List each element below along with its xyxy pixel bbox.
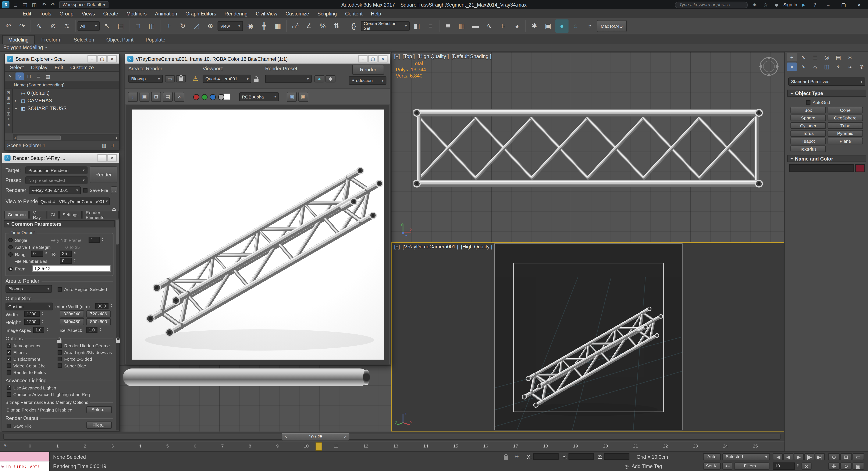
ribbon-tab[interactable]: Modeling bbox=[2, 35, 35, 44]
background-toggle-icon[interactable]: ▣ bbox=[299, 92, 308, 102]
snaps-toggle-icon[interactable]: ∩³ bbox=[288, 19, 302, 33]
viewport-camera[interactable]: [+] [VRayDomeCamera001 ] [High Quality ]… bbox=[392, 242, 784, 431]
explorer-instance-label[interactable]: Scene Explorer 1 bbox=[7, 143, 45, 148]
x-coordinate-field[interactable] bbox=[533, 453, 559, 460]
explorer-row[interactable]: ◎0 (default) bbox=[13, 89, 119, 97]
menu-item[interactable]: Create bbox=[99, 9, 122, 18]
target-dropdown[interactable]: Production Renderin bbox=[25, 166, 88, 174]
autogrid-checkbox[interactable]: AutoGrid bbox=[806, 99, 830, 106]
set-keys-icon[interactable]: ∘– bbox=[722, 463, 733, 470]
alpha-channel-icon[interactable] bbox=[223, 93, 230, 100]
viewport-menu-plus[interactable]: [+] bbox=[394, 54, 400, 59]
orbit-icon[interactable]: ↻ bbox=[840, 463, 852, 470]
menu-item[interactable]: Modifiers bbox=[123, 9, 151, 18]
scrollbar-thumb[interactable] bbox=[116, 220, 119, 245]
go-to-end-button[interactable]: ▶| bbox=[815, 453, 825, 460]
viewport-lock-icon[interactable] bbox=[254, 78, 258, 82]
shapes-category-icon[interactable]: ∿ bbox=[798, 63, 809, 71]
add-time-tag[interactable]: Add Time Tag bbox=[632, 464, 662, 469]
option-checkbox[interactable]: Force 2-Sided bbox=[58, 356, 113, 362]
primitive-button[interactable]: TextPlus bbox=[790, 145, 826, 152]
explorer-menu-item[interactable]: Display bbox=[28, 65, 51, 70]
select-and-scale-icon[interactable]: ◿ bbox=[190, 19, 203, 33]
layer-manager-icon[interactable]: ▥ bbox=[455, 19, 468, 33]
frames-radio[interactable]: Fram bbox=[8, 266, 25, 272]
filter-shapes-icon[interactable]: ∿ bbox=[7, 101, 10, 106]
edit-region-icon[interactable]: ▭ bbox=[165, 75, 175, 82]
explorer-menu-item[interactable]: Select bbox=[6, 65, 27, 70]
render-setup-tab[interactable]: GI bbox=[47, 211, 59, 218]
explorer-row[interactable]: ▸◫CAMERAS bbox=[13, 97, 119, 105]
select-and-rotate-icon[interactable]: ↻ bbox=[176, 19, 189, 33]
viewport-quality[interactable]: [High Quality ] bbox=[461, 244, 492, 249]
primitive-button[interactable]: Teapot bbox=[790, 138, 826, 144]
space-warps-category-icon[interactable]: ≈ bbox=[845, 63, 855, 71]
lock-region-icon[interactable] bbox=[176, 75, 186, 82]
favorites-icon[interactable]: ☆ bbox=[761, 1, 770, 8]
primitive-button[interactable]: Pyramid bbox=[828, 130, 863, 137]
search-filter-icon[interactable]: ▽ bbox=[16, 72, 24, 80]
preset-640x480-button[interactable]: 640x480 bbox=[60, 318, 84, 325]
modify-tab-icon[interactable]: ∿ bbox=[798, 53, 809, 61]
render-button[interactable]: Render bbox=[90, 166, 117, 183]
rectangular-selection-region-icon[interactable]: □ bbox=[131, 19, 145, 33]
sign-in-link[interactable]: Sign In bbox=[783, 2, 797, 7]
a360-icon[interactable]: ► bbox=[799, 1, 808, 8]
preset-720x486-button[interactable]: 720x486 bbox=[87, 310, 111, 317]
red-channel-icon[interactable] bbox=[193, 94, 199, 100]
print-image-icon[interactable]: ▤ bbox=[163, 92, 173, 102]
keyboard-override-icon[interactable]: ▦ bbox=[271, 19, 285, 33]
named-selection-sets-icon[interactable]: {} bbox=[347, 19, 361, 33]
pixel-aspect-lock-icon[interactable] bbox=[116, 340, 120, 343]
primitive-button[interactable]: GeoSphere bbox=[828, 114, 863, 121]
renderer-browse-button[interactable]: ... bbox=[111, 187, 117, 194]
cameras-category-icon[interactable]: ◫ bbox=[822, 63, 832, 71]
menu-item[interactable]: Help bbox=[367, 9, 385, 18]
explorer-menu-item[interactable]: Customize bbox=[67, 65, 97, 70]
explorer-menu-item[interactable]: Edit bbox=[51, 65, 66, 70]
lights-category-icon[interactable]: ☼ bbox=[810, 63, 820, 71]
zoom-region-icon[interactable]: ▭ bbox=[852, 453, 864, 460]
selection-lock-icon[interactable] bbox=[504, 457, 508, 460]
vfb-viewport-dropdown[interactable]: Quad 4...era001 bbox=[203, 75, 251, 83]
set-key-button[interactable]: Set K. bbox=[703, 463, 721, 470]
mirror-icon[interactable]: ◧ bbox=[410, 19, 424, 33]
option-checkbox[interactable]: Render Hidden Geome bbox=[58, 342, 113, 349]
named-selection-set-field[interactable]: Create Selection Set bbox=[361, 21, 410, 31]
ribbon-tab[interactable]: Selection bbox=[68, 36, 100, 44]
option-checkbox[interactable]: Use Advanced Lightin bbox=[6, 384, 112, 391]
prev-frame-arrow[interactable]: < bbox=[282, 434, 289, 439]
ribbon-tab[interactable]: Populate bbox=[140, 36, 171, 44]
renderer-save-file-checkbox[interactable]: Save File bbox=[83, 187, 108, 194]
select-by-name-icon[interactable]: ▤ bbox=[114, 19, 127, 33]
color-correction-icon[interactable]: ▣ bbox=[287, 92, 297, 102]
pixel-aspect-field[interactable]: 1.0 bbox=[87, 327, 97, 333]
maximize-viewport-toggle-icon[interactable]: ▣ bbox=[852, 463, 864, 470]
explorer-column-header[interactable]: Name (Sorted Ascending) bbox=[5, 81, 119, 89]
primitive-button[interactable]: Plane bbox=[828, 138, 863, 144]
minimize-button[interactable]: – bbox=[822, 1, 835, 9]
viewport-name[interactable]: [VRayDomeCamera001 ] bbox=[403, 244, 458, 249]
explorer-settings-icon[interactable]: ▤ bbox=[44, 72, 52, 80]
option-checkbox[interactable]: Displacement bbox=[6, 356, 56, 362]
clear-image-icon[interactable]: × bbox=[175, 92, 184, 102]
time-slider-track[interactable] bbox=[3, 434, 781, 440]
maxtoc4d-button[interactable]: MaxToC4D bbox=[597, 20, 627, 32]
viewport-menu-plus[interactable]: [+] bbox=[394, 244, 400, 249]
ribbon-tab[interactable]: Object Paint bbox=[101, 36, 139, 44]
systems-category-icon[interactable]: ⊚ bbox=[856, 63, 867, 71]
time-slider-handle[interactable]: < 10 / 25 > bbox=[282, 433, 349, 440]
height-field[interactable]: 1200 bbox=[24, 319, 40, 325]
zoom-icon[interactable]: ⊕ bbox=[828, 453, 840, 460]
utilities-tab-icon[interactable]: ∗ bbox=[845, 53, 855, 61]
z-coordinate-field[interactable] bbox=[604, 453, 629, 460]
create-tab-icon[interactable]: + bbox=[786, 53, 797, 61]
name-color-rollout[interactable]: −Name and Color bbox=[787, 155, 867, 162]
viewport-top[interactable]: [+] [Top ] [High Quality ] [Default Shad… bbox=[392, 52, 784, 242]
preset-320x240-button[interactable]: 320x240 bbox=[60, 310, 84, 317]
absolute-mode-icon[interactable]: ⊕ bbox=[515, 453, 519, 459]
key-filter-selected-dropdown[interactable]: Selected▾ bbox=[722, 453, 770, 460]
open-autodesk-app-icon[interactable]: ◔ bbox=[583, 19, 596, 33]
bitmap-setup-button[interactable]: Setup... bbox=[87, 406, 112, 413]
menu-item[interactable]: Animation bbox=[151, 9, 181, 18]
